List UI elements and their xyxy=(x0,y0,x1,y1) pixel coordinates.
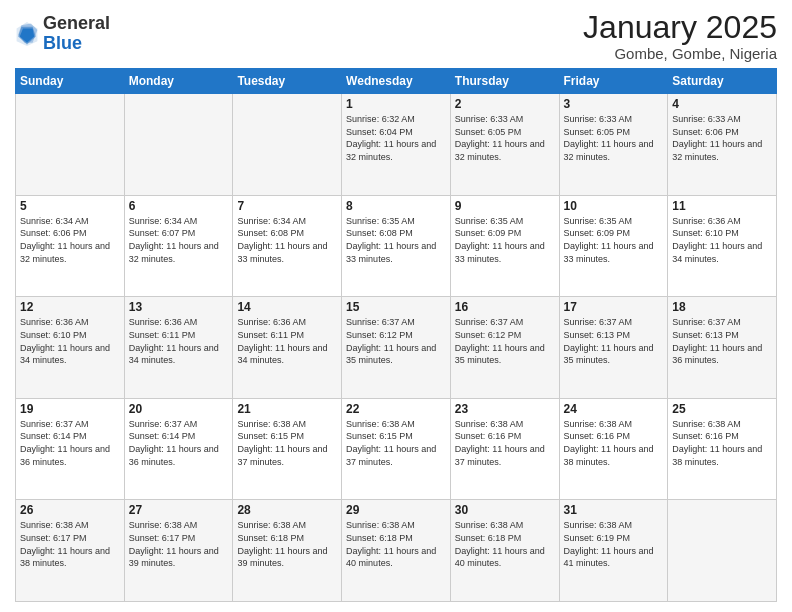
day-number: 28 xyxy=(237,503,337,517)
day-number: 3 xyxy=(564,97,664,111)
day-cell: 12Sunrise: 6:36 AM Sunset: 6:10 PM Dayli… xyxy=(16,297,125,399)
day-cell: 22Sunrise: 6:38 AM Sunset: 6:15 PM Dayli… xyxy=(342,398,451,500)
day-info: Sunrise: 6:38 AM Sunset: 6:19 PM Dayligh… xyxy=(564,519,664,569)
day-number: 23 xyxy=(455,402,555,416)
day-info: Sunrise: 6:36 AM Sunset: 6:11 PM Dayligh… xyxy=(237,316,337,366)
day-cell: 10Sunrise: 6:35 AM Sunset: 6:09 PM Dayli… xyxy=(559,195,668,297)
day-number: 9 xyxy=(455,199,555,213)
week-row-1: 5Sunrise: 6:34 AM Sunset: 6:06 PM Daylig… xyxy=(16,195,777,297)
day-info: Sunrise: 6:34 AM Sunset: 6:06 PM Dayligh… xyxy=(20,215,120,265)
day-number: 10 xyxy=(564,199,664,213)
day-number: 21 xyxy=(237,402,337,416)
day-number: 13 xyxy=(129,300,229,314)
week-row-0: 1Sunrise: 6:32 AM Sunset: 6:04 PM Daylig… xyxy=(16,94,777,196)
col-friday: Friday xyxy=(559,69,668,94)
logo: General Blue xyxy=(15,14,110,54)
day-cell: 30Sunrise: 6:38 AM Sunset: 6:18 PM Dayli… xyxy=(450,500,559,602)
day-cell: 11Sunrise: 6:36 AM Sunset: 6:10 PM Dayli… xyxy=(668,195,777,297)
calendar-table: Sunday Monday Tuesday Wednesday Thursday… xyxy=(15,68,777,602)
day-info: Sunrise: 6:38 AM Sunset: 6:16 PM Dayligh… xyxy=(564,418,664,468)
week-row-3: 19Sunrise: 6:37 AM Sunset: 6:14 PM Dayli… xyxy=(16,398,777,500)
col-sunday: Sunday xyxy=(16,69,125,94)
day-cell: 17Sunrise: 6:37 AM Sunset: 6:13 PM Dayli… xyxy=(559,297,668,399)
day-cell xyxy=(668,500,777,602)
day-info: Sunrise: 6:33 AM Sunset: 6:05 PM Dayligh… xyxy=(455,113,555,163)
day-info: Sunrise: 6:38 AM Sunset: 6:17 PM Dayligh… xyxy=(20,519,120,569)
day-info: Sunrise: 6:38 AM Sunset: 6:16 PM Dayligh… xyxy=(672,418,772,468)
day-info: Sunrise: 6:37 AM Sunset: 6:12 PM Dayligh… xyxy=(455,316,555,366)
day-info: Sunrise: 6:38 AM Sunset: 6:18 PM Dayligh… xyxy=(346,519,446,569)
day-cell: 15Sunrise: 6:37 AM Sunset: 6:12 PM Dayli… xyxy=(342,297,451,399)
day-number: 4 xyxy=(672,97,772,111)
logo-blue-text: Blue xyxy=(43,33,82,53)
day-info: Sunrise: 6:36 AM Sunset: 6:10 PM Dayligh… xyxy=(672,215,772,265)
day-number: 12 xyxy=(20,300,120,314)
month-title: January 2025 xyxy=(583,10,777,45)
day-info: Sunrise: 6:36 AM Sunset: 6:10 PM Dayligh… xyxy=(20,316,120,366)
day-info: Sunrise: 6:34 AM Sunset: 6:07 PM Dayligh… xyxy=(129,215,229,265)
day-info: Sunrise: 6:38 AM Sunset: 6:15 PM Dayligh… xyxy=(237,418,337,468)
title-block: January 2025 Gombe, Gombe, Nigeria xyxy=(583,10,777,62)
day-info: Sunrise: 6:37 AM Sunset: 6:14 PM Dayligh… xyxy=(129,418,229,468)
day-cell: 31Sunrise: 6:38 AM Sunset: 6:19 PM Dayli… xyxy=(559,500,668,602)
day-cell: 21Sunrise: 6:38 AM Sunset: 6:15 PM Dayli… xyxy=(233,398,342,500)
day-number: 20 xyxy=(129,402,229,416)
day-cell: 9Sunrise: 6:35 AM Sunset: 6:09 PM Daylig… xyxy=(450,195,559,297)
day-number: 14 xyxy=(237,300,337,314)
day-cell: 19Sunrise: 6:37 AM Sunset: 6:14 PM Dayli… xyxy=(16,398,125,500)
day-number: 15 xyxy=(346,300,446,314)
day-info: Sunrise: 6:37 AM Sunset: 6:14 PM Dayligh… xyxy=(20,418,120,468)
logo-general-text: General xyxy=(43,13,110,33)
day-number: 25 xyxy=(672,402,772,416)
day-info: Sunrise: 6:35 AM Sunset: 6:09 PM Dayligh… xyxy=(564,215,664,265)
day-cell: 26Sunrise: 6:38 AM Sunset: 6:17 PM Dayli… xyxy=(16,500,125,602)
logo-text: General Blue xyxy=(43,14,110,54)
week-row-2: 12Sunrise: 6:36 AM Sunset: 6:10 PM Dayli… xyxy=(16,297,777,399)
day-cell: 28Sunrise: 6:38 AM Sunset: 6:18 PM Dayli… xyxy=(233,500,342,602)
col-thursday: Thursday xyxy=(450,69,559,94)
day-info: Sunrise: 6:36 AM Sunset: 6:11 PM Dayligh… xyxy=(129,316,229,366)
day-info: Sunrise: 6:37 AM Sunset: 6:13 PM Dayligh… xyxy=(564,316,664,366)
day-info: Sunrise: 6:38 AM Sunset: 6:18 PM Dayligh… xyxy=(237,519,337,569)
day-info: Sunrise: 6:35 AM Sunset: 6:08 PM Dayligh… xyxy=(346,215,446,265)
day-number: 2 xyxy=(455,97,555,111)
week-row-4: 26Sunrise: 6:38 AM Sunset: 6:17 PM Dayli… xyxy=(16,500,777,602)
day-number: 24 xyxy=(564,402,664,416)
page: General Blue January 2025 Gombe, Gombe, … xyxy=(0,0,792,612)
day-number: 11 xyxy=(672,199,772,213)
day-info: Sunrise: 6:38 AM Sunset: 6:16 PM Dayligh… xyxy=(455,418,555,468)
header-row: Sunday Monday Tuesday Wednesday Thursday… xyxy=(16,69,777,94)
day-number: 22 xyxy=(346,402,446,416)
day-number: 17 xyxy=(564,300,664,314)
col-saturday: Saturday xyxy=(668,69,777,94)
day-number: 1 xyxy=(346,97,446,111)
day-number: 8 xyxy=(346,199,446,213)
day-cell xyxy=(16,94,125,196)
day-cell: 5Sunrise: 6:34 AM Sunset: 6:06 PM Daylig… xyxy=(16,195,125,297)
day-info: Sunrise: 6:33 AM Sunset: 6:05 PM Dayligh… xyxy=(564,113,664,163)
day-cell: 8Sunrise: 6:35 AM Sunset: 6:08 PM Daylig… xyxy=(342,195,451,297)
day-info: Sunrise: 6:38 AM Sunset: 6:17 PM Dayligh… xyxy=(129,519,229,569)
day-cell: 3Sunrise: 6:33 AM Sunset: 6:05 PM Daylig… xyxy=(559,94,668,196)
day-info: Sunrise: 6:32 AM Sunset: 6:04 PM Dayligh… xyxy=(346,113,446,163)
col-tuesday: Tuesday xyxy=(233,69,342,94)
day-cell: 4Sunrise: 6:33 AM Sunset: 6:06 PM Daylig… xyxy=(668,94,777,196)
header: General Blue January 2025 Gombe, Gombe, … xyxy=(15,10,777,62)
day-cell xyxy=(233,94,342,196)
day-info: Sunrise: 6:35 AM Sunset: 6:09 PM Dayligh… xyxy=(455,215,555,265)
day-info: Sunrise: 6:33 AM Sunset: 6:06 PM Dayligh… xyxy=(672,113,772,163)
logo-icon xyxy=(15,20,39,48)
day-cell: 16Sunrise: 6:37 AM Sunset: 6:12 PM Dayli… xyxy=(450,297,559,399)
day-cell: 7Sunrise: 6:34 AM Sunset: 6:08 PM Daylig… xyxy=(233,195,342,297)
day-info: Sunrise: 6:38 AM Sunset: 6:18 PM Dayligh… xyxy=(455,519,555,569)
location-title: Gombe, Gombe, Nigeria xyxy=(583,45,777,62)
day-cell: 27Sunrise: 6:38 AM Sunset: 6:17 PM Dayli… xyxy=(124,500,233,602)
day-cell: 23Sunrise: 6:38 AM Sunset: 6:16 PM Dayli… xyxy=(450,398,559,500)
day-number: 30 xyxy=(455,503,555,517)
day-cell: 18Sunrise: 6:37 AM Sunset: 6:13 PM Dayli… xyxy=(668,297,777,399)
day-cell: 29Sunrise: 6:38 AM Sunset: 6:18 PM Dayli… xyxy=(342,500,451,602)
day-cell: 13Sunrise: 6:36 AM Sunset: 6:11 PM Dayli… xyxy=(124,297,233,399)
day-info: Sunrise: 6:37 AM Sunset: 6:12 PM Dayligh… xyxy=(346,316,446,366)
day-number: 19 xyxy=(20,402,120,416)
col-monday: Monday xyxy=(124,69,233,94)
